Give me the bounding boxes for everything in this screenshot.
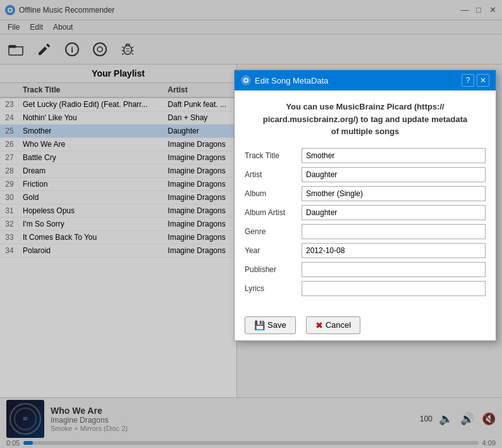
publisher-row: Publisher [245,262,486,277]
year-input[interactable] [302,243,486,258]
genre-input[interactable] [302,224,486,239]
album-label: Album [245,189,302,198]
modal-icon [241,75,251,85]
modal-info-text: You can use MusicBrainz Picard (https://… [245,101,486,138]
modal-footer: 💾 Save ✖ Cancel [235,310,496,340]
artist-row: Artist [245,167,486,182]
track-title-row: Track Title [245,148,486,163]
artist-input[interactable] [302,167,486,182]
year-row: Year [245,243,486,258]
svg-point-18 [245,79,247,82]
cancel-button[interactable]: ✖ Cancel [306,316,360,334]
album-artist-row: Album Artist [245,205,486,220]
modal-help-button[interactable]: ? [462,74,474,87]
save-icon: 💾 [254,320,265,330]
publisher-input[interactable] [302,262,486,277]
lyrics-input[interactable] [302,281,486,296]
track-title-input[interactable] [302,148,486,163]
modal-title: Edit Song MetaData [255,76,462,85]
album-input[interactable] [302,186,486,201]
artist-label: Artist [245,170,302,179]
album-artist-input[interactable] [302,205,486,220]
cancel-label: Cancel [326,320,351,330]
save-label: Save [267,320,286,330]
track-title-label: Track Title [245,151,302,160]
album-artist-label: Album Artist [245,208,302,217]
cancel-icon: ✖ [315,320,323,330]
genre-row: Genre [245,224,486,239]
publisher-label: Publisher [245,265,302,274]
album-row: Album [245,186,486,201]
lyrics-label: Lyrics [245,284,302,293]
modal-title-bar: Edit Song MetaData ? ✕ [235,70,496,90]
edit-metadata-modal: Edit Song MetaData ? ✕ You can use Music… [234,70,496,341]
genre-label: Genre [245,227,302,236]
lyrics-row: Lyrics [245,281,486,296]
modal-close-button[interactable]: ✕ [477,74,489,87]
save-button[interactable]: 💾 Save [245,316,296,334]
year-label: Year [245,246,302,255]
